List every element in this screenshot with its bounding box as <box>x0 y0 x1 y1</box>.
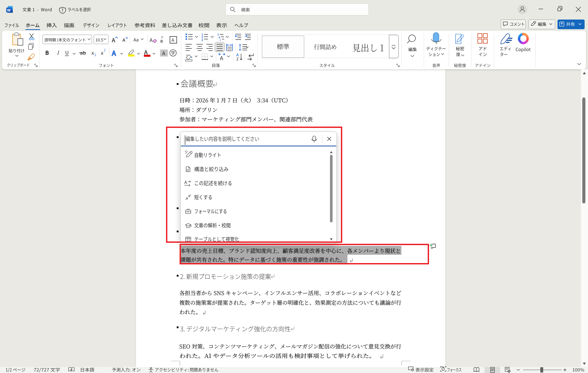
svg-text:W: W <box>7 8 11 12</box>
